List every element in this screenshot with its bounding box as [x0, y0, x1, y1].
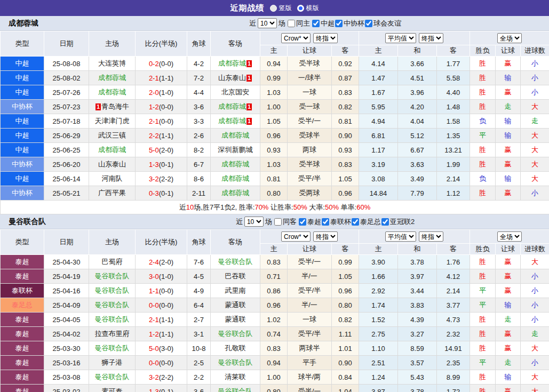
league-checkbox[interactable] — [352, 218, 359, 226]
score-cell: 3-2(2-2) — [136, 370, 187, 385]
goals-result-cell: 小 — [521, 186, 549, 201]
avg-draw-cell: 3.27 — [398, 327, 437, 341]
league-filter[interactable]: 泰联杯 — [321, 217, 351, 227]
corners-cell: 2-11 — [187, 186, 211, 201]
avg-company-select[interactable]: 平均值 — [385, 231, 416, 242]
handicap-result-cell: 输 — [496, 298, 521, 313]
corners-cell: 3-1 — [187, 327, 211, 341]
halftime-score: (0-1) — [159, 189, 173, 197]
avg-away-cell: 2.35 — [437, 356, 470, 370]
halftime-score: (0-0) — [159, 60, 173, 68]
date-cell: 25-05-21 — [44, 186, 89, 201]
league-filter[interactable]: 中超 — [312, 19, 335, 28]
avg-draw-cell: 3.83 — [398, 298, 437, 313]
corners-cell: 3-6 — [187, 100, 211, 114]
fulltime-score: 1-2 — [149, 330, 159, 338]
halftime-score: (1-0) — [159, 273, 173, 281]
corners-cell: 7-2 — [187, 71, 211, 85]
home-team-cell: 山东泰山 — [89, 157, 136, 172]
avg-away-cell: 8.99 — [437, 370, 470, 385]
same-venue-filter[interactable]: 同主 — [287, 19, 310, 28]
status-text: 胜 — [479, 59, 486, 67]
away-team-cell: 武里南 — [211, 284, 260, 298]
corners-cell: 4-4 — [187, 85, 211, 100]
league-checkbox[interactable] — [335, 20, 343, 27]
col-header-avg-home: 主 — [359, 244, 398, 255]
focus-team-name: 曼谷联合队 — [218, 330, 253, 338]
odds-home-cell: 1.03 — [260, 85, 288, 100]
status-text: 大 — [531, 174, 538, 182]
status-text: 输 — [505, 373, 512, 381]
same-venue-checkbox[interactable] — [274, 218, 282, 226]
league-checkbox[interactable] — [322, 218, 329, 226]
layout-radio-horizontal[interactable]: 横版 — [297, 4, 319, 13]
recent-count-select[interactable]: 10 — [258, 18, 277, 28]
goals-result-cell: 大 — [521, 255, 549, 269]
layout-radio-vertical[interactable]: 竖版 — [270, 4, 292, 13]
odds-home-cell: 0.74 — [260, 327, 288, 341]
halftime-score: (2-0) — [159, 146, 173, 154]
goals-result-cell: 走 — [521, 327, 549, 341]
status-text: 胜 — [479, 102, 486, 110]
team-name: 拉查布里府 — [95, 330, 130, 338]
same-venue-checkbox[interactable] — [288, 20, 295, 27]
handicap-line-cell: 受一球 — [288, 100, 332, 114]
score-cell: 2-0(1-0) — [136, 85, 187, 100]
corners-cell: 4-5 — [187, 269, 211, 284]
league-checkbox[interactable] — [299, 218, 306, 226]
match-row: 泰超25-04-05曼谷联合队2-1(1-1)2-7蒙通联1.02一球0.821… — [1, 313, 549, 327]
avg-period-select[interactable]: 终指 — [419, 33, 443, 43]
status-text: 胜 — [479, 146, 486, 154]
league-checkbox[interactable] — [312, 20, 320, 27]
status-text: 大 — [531, 102, 538, 110]
avg-period-select[interactable]: 终指 — [419, 231, 443, 242]
scope-select[interactable]: 全场 — [497, 33, 522, 43]
league-checkbox[interactable] — [365, 20, 372, 27]
league-filter[interactable]: 中协杯 — [335, 19, 364, 28]
match-row: 泰超25-03-16狮子港0-0(0-0)2-5曼谷联合队0.94平手0.902… — [1, 356, 549, 370]
date-cell: 25-03-30 — [44, 341, 89, 356]
avg-home-cell: 3.19 — [359, 157, 398, 172]
result-cell: 胜 — [470, 71, 496, 85]
odds-home-cell: 1.03 — [260, 157, 288, 172]
league-filter[interactable]: 泰足总 — [351, 217, 381, 227]
league-filter[interactable]: 亚冠联2 — [381, 217, 415, 227]
avg-company-select[interactable]: 平均值 — [385, 33, 416, 43]
league-type-cell: 泰超 — [1, 385, 44, 392]
league-filter[interactable]: 泰超 — [298, 217, 321, 227]
scope-select[interactable]: 全场 — [497, 231, 522, 242]
odds-period-select[interactable]: 终指 — [313, 33, 338, 43]
summary-text: 近 — [179, 203, 186, 211]
result-group-header: 全场 — [470, 31, 549, 45]
handicap-result-cell: 输 — [496, 114, 521, 129]
fulltime-score: 3-0 — [149, 273, 159, 281]
home-team-cell: 拉查布里府 — [89, 327, 136, 341]
avg-away-cell: 3.77 — [437, 298, 470, 313]
recent-count-select[interactable]: 10 — [244, 217, 264, 227]
status-text: 赢 — [505, 88, 512, 96]
status-text: 胜 — [479, 189, 486, 197]
away-team-cell: 成都蓉城1 — [211, 100, 260, 114]
avg-home-cell: 1.74 — [359, 298, 398, 313]
match-row: 中协杯25-07-231青岛海牛1-2(0-0)3-6成都蓉城11.00受一球0… — [1, 100, 549, 114]
league-type-cell: 中超 — [1, 172, 44, 186]
focus-team-name: 曼谷联合队 — [95, 272, 130, 280]
date-cell: 25-06-29 — [44, 129, 89, 143]
league-checkbox[interactable] — [381, 218, 389, 226]
score-cell: 0-0(0-0) — [136, 356, 187, 370]
league-filter[interactable]: 球会友谊 — [364, 19, 401, 28]
col-header-odds-away: 客 — [332, 45, 359, 57]
odds-company-select[interactable]: Crow* — [281, 33, 311, 43]
radio-label-horizontal: 横版 — [306, 4, 319, 13]
status-text: 胜 — [479, 315, 486, 323]
odds-company-select[interactable]: Crow* — [281, 231, 311, 242]
league-type-cell: 中协杯 — [1, 100, 44, 114]
odds-away-cell: 0.80 — [332, 298, 359, 313]
score-cell: 5-0(3-0) — [136, 341, 187, 356]
home-team-cell: 成都蓉城 — [89, 143, 136, 157]
halftime-score: (2-2) — [159, 373, 173, 381]
top-bar: 近期战绩 竖版 横版 — [0, 0, 549, 16]
same-venue-filter[interactable]: 同客 — [274, 217, 297, 227]
odds-period-select[interactable]: 终指 — [313, 231, 338, 242]
odds-home-cell: 0.96 — [260, 298, 288, 313]
